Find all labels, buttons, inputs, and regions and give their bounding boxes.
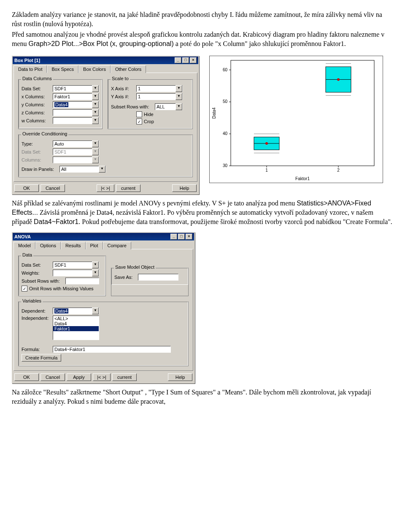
chevron-down-icon[interactable]: ▼: [92, 262, 99, 268]
chk-omit[interactable]: ✓: [22, 286, 27, 292]
svg-text:50: 50: [223, 100, 228, 104]
lbl-draw: Draw in Panels:: [22, 167, 58, 172]
ok-button[interactable]: OK: [14, 184, 39, 192]
figure-anova: ANOVA _ □ × Model Options Results Plot C…: [12, 232, 393, 383]
combo-dataset2: SDF1▼: [53, 149, 99, 155]
tab-model[interactable]: Model: [14, 242, 35, 249]
help-button[interactable]: Help: [172, 184, 197, 192]
tab-compare[interactable]: Compare: [103, 242, 131, 249]
min-icon[interactable]: _: [170, 234, 177, 240]
max-icon[interactable]: □: [178, 234, 185, 240]
lbl-xaxis: X Axis #:: [111, 86, 135, 91]
chk-hide[interactable]: [136, 111, 142, 117]
svg-text:Data4: Data4: [212, 108, 216, 119]
group-scale-to: Scale to X Axis #: 1▼ Y Axis #: 1▼ Subse…: [108, 79, 193, 129]
lbl-columns2: Columns:: [22, 157, 51, 162]
combo-ycol[interactable]: Data4▼: [53, 101, 99, 108]
combo-wcol[interactable]: ▼: [53, 117, 99, 124]
chevron-down-icon[interactable]: ▼: [92, 93, 99, 100]
chevron-down-icon[interactable]: ▼: [99, 166, 105, 173]
combo-dep[interactable]: Data4▼: [53, 308, 99, 314]
nav-button[interactable]: |< >|: [93, 373, 111, 381]
lbl-yaxis: Y Axis #:: [111, 94, 135, 99]
list-item[interactable]: <ALL>: [53, 316, 99, 321]
combo-xaxis[interactable]: 1▼: [136, 85, 183, 92]
chevron-down-icon[interactable]: ▼: [176, 103, 182, 110]
field-saveas[interactable]: [138, 274, 178, 281]
para-4: Na záložce "Results" zaškrtneme "Short O…: [12, 388, 393, 406]
lbl-type: Type:: [22, 141, 51, 146]
max-icon[interactable]: □: [182, 57, 189, 63]
group-data: Data Data Set: SDF1▼ Weights: ▼ Subset R…: [18, 255, 106, 296]
chevron-down-icon[interactable]: ▼: [92, 109, 99, 116]
svg-text:60: 60: [223, 68, 228, 72]
combo-zcol[interactable]: ▼: [53, 109, 99, 116]
group-title-data: Data: [21, 252, 33, 257]
cancel-button[interactable]: Cancel: [40, 184, 65, 192]
list-item-selected[interactable]: Faktor1: [53, 326, 99, 331]
chevron-down-icon[interactable]: ▼: [92, 270, 99, 276]
group-title-vars: Variables: [21, 298, 43, 303]
cancel-button[interactable]: Cancel: [40, 373, 65, 381]
figure-row-1: Box Plot [1] _ □ × Data to Plot Box Spec…: [12, 56, 393, 194]
group-title-override: Override Conditioning: [21, 131, 68, 136]
combo-draw[interactable]: All▼: [59, 166, 106, 173]
current-button[interactable]: current: [112, 373, 137, 381]
lbl-dataset: Data Set:: [22, 86, 51, 91]
svg-text:30: 30: [223, 163, 228, 168]
chevron-down-icon: ▼: [92, 149, 99, 155]
svg-text:1: 1: [265, 168, 268, 173]
boxplot-chart: 30405060Data412Faktor1: [209, 56, 383, 183]
para-3: Náš příklad se zalévanými rostlinami je …: [12, 199, 393, 226]
chevron-down-icon[interactable]: ▼: [92, 140, 99, 147]
field-a-subset[interactable]: [65, 278, 99, 284]
combo-dataset[interactable]: SDF1▼: [53, 85, 99, 92]
combo-a-dataset[interactable]: SDF1▼: [53, 262, 99, 268]
chevron-down-icon[interactable]: ▼: [176, 85, 182, 92]
chevron-down-icon[interactable]: ▼: [92, 101, 99, 108]
tab-options[interactable]: Options: [35, 242, 61, 249]
svg-text:40: 40: [223, 132, 228, 136]
lbl-weights: Weights:: [22, 270, 51, 275]
apply-button[interactable]: Apply: [67, 373, 91, 381]
para-3e: . Pokud potřebujeme data transformovat, …: [78, 218, 392, 225]
tabs: Data to Plot Box Specs Box Colors Other …: [13, 64, 198, 73]
combo-yaxis[interactable]: 1▼: [136, 93, 183, 100]
para-1: Základem analýzy variance je stanovit, n…: [12, 10, 393, 28]
boxplot-dialog: Box Plot [1] _ □ × Data to Plot Box Spec…: [12, 56, 199, 194]
list-indep[interactable]: <ALL> Data4 Faktor1: [53, 316, 99, 340]
tab-data-to-plot[interactable]: Data to Plot: [14, 65, 47, 73]
min-icon[interactable]: _: [175, 57, 181, 63]
tab-plot[interactable]: Plot: [86, 242, 103, 249]
list-item[interactable]: Data4: [53, 321, 99, 326]
group-title-data-columns: Data Columns: [21, 76, 53, 81]
field-formula[interactable]: Data4~Faktor1: [53, 346, 171, 353]
combo-subset[interactable]: ALL▼: [155, 103, 183, 110]
create-formula-button[interactable]: Create Formula: [22, 354, 61, 362]
close-icon[interactable]: ×: [186, 234, 192, 240]
tab-other-colors[interactable]: Other Colors: [111, 65, 146, 73]
lbl-saveas: Save As:: [114, 275, 136, 280]
lbl-a-subset: Subset Rows with:: [22, 278, 64, 284]
ok-button[interactable]: OK: [14, 373, 39, 381]
lbl-wcol: w Columns:: [22, 118, 51, 123]
tab-box-colors[interactable]: Box Colors: [78, 65, 111, 73]
combo-type[interactable]: Auto▼: [53, 140, 99, 147]
lbl-dataset2: Data Set:: [22, 149, 51, 154]
nav-button[interactable]: |< >|: [97, 184, 114, 192]
para-2c: a poté do pole "x Column" jako shlukujíc…: [174, 40, 346, 47]
chevron-down-icon[interactable]: ▼: [92, 85, 99, 92]
chk-crop[interactable]: ✓: [136, 119, 142, 124]
lbl-dep: Dependent:: [22, 308, 51, 313]
close-icon[interactable]: ×: [190, 57, 197, 63]
tab-box-specs[interactable]: Box Specs: [47, 65, 78, 73]
current-button[interactable]: current: [116, 184, 140, 192]
chevron-down-icon[interactable]: ▼: [176, 93, 182, 100]
help-button[interactable]: Help: [168, 373, 192, 381]
tab-results[interactable]: Results: [61, 242, 86, 249]
combo-xcol[interactable]: Faktor1▼: [53, 93, 99, 100]
combo-weights[interactable]: ▼: [53, 270, 99, 276]
chevron-down-icon[interactable]: ▼: [92, 308, 99, 314]
chevron-down-icon[interactable]: ▼: [92, 117, 99, 124]
svg-text:2: 2: [337, 168, 340, 173]
